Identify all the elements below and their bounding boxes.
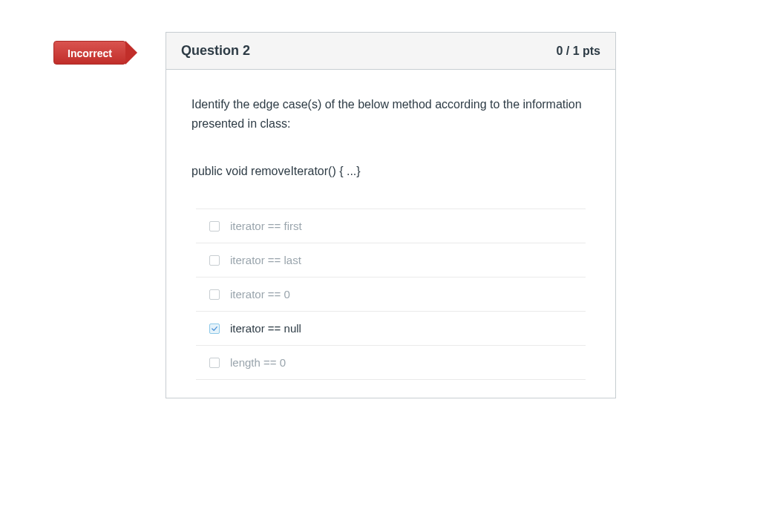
- checkbox-icon[interactable]: [209, 255, 220, 266]
- checkbox-icon[interactable]: [209, 358, 220, 368]
- answer-text: iterator == 0: [230, 288, 290, 301]
- answer-text: iterator == first: [230, 220, 302, 232]
- answer-text: iterator == last: [230, 254, 301, 266]
- question-card: Question 2 0 / 1 pts Identify the edge c…: [166, 32, 616, 398]
- question-body: Identify the edge case(s) of the below m…: [166, 70, 615, 398]
- answer-option[interactable]: iterator == first: [196, 208, 586, 243]
- status-badge: Incorrect: [53, 41, 126, 65]
- answer-list: iterator == firstiterator == lastiterato…: [191, 208, 590, 380]
- answer-option[interactable]: iterator == last: [196, 243, 586, 277]
- question-container: Question 2 0 / 1 pts Identify the edge c…: [166, 32, 616, 398]
- answer-option[interactable]: length == 0: [196, 345, 586, 380]
- checkbox-checked-icon[interactable]: [209, 324, 220, 334]
- answer-option[interactable]: iterator == null: [196, 311, 586, 345]
- status-badge-label: Incorrect: [68, 47, 112, 59]
- answer-text: length == 0: [230, 356, 286, 369]
- checkbox-icon[interactable]: [209, 289, 220, 300]
- question-code: public void removeIterator() { ...}: [191, 162, 590, 180]
- question-prompt: Identify the edge case(s) of the below m…: [191, 95, 590, 133]
- checkbox-icon[interactable]: [209, 221, 220, 231]
- question-title: Question 2: [181, 43, 250, 59]
- answer-text: iterator == null: [230, 322, 301, 335]
- answer-option[interactable]: iterator == 0: [196, 277, 586, 311]
- question-points: 0 / 1 pts: [556, 45, 600, 58]
- question-header: Question 2 0 / 1 pts: [166, 33, 615, 70]
